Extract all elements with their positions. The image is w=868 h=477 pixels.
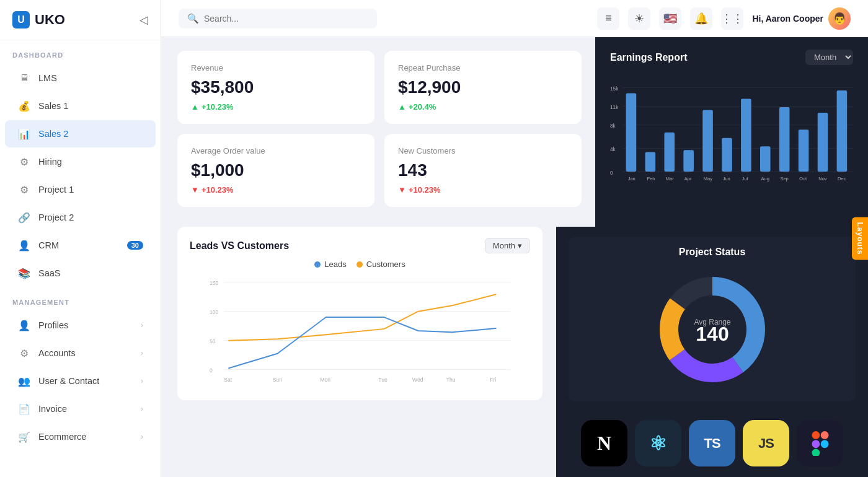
- section-label-dashboard: DASHBOARD: [0, 40, 161, 64]
- sidebar-collapse-button[interactable]: ◁: [140, 13, 148, 27]
- svg-text:Sep: Sep: [780, 176, 788, 182]
- sidebar-item-label: SaaS: [38, 268, 60, 278]
- sidebar-item-user-contact[interactable]: 👥 User & Contact ›: [5, 367, 156, 395]
- leads-section: Leads VS Customers Month ▾ Leads: [161, 227, 556, 477]
- sidebar-item-label: Sales 1: [38, 101, 68, 111]
- logo-brand: U UKO: [12, 11, 65, 28]
- sidebar-item-label: Profiles: [38, 320, 68, 330]
- customers-color-dot: [356, 261, 363, 268]
- svg-text:Tue: Tue: [378, 377, 388, 383]
- user-contact-icon: 👥: [17, 374, 31, 388]
- svg-text:Aug: Aug: [761, 176, 769, 182]
- search-box[interactable]: 🔍: [179, 9, 377, 28]
- month-label: Month: [493, 241, 515, 250]
- lms-icon: 🖥: [17, 71, 31, 85]
- figma-icon: [797, 420, 843, 466]
- svg-text:8k: 8k: [610, 123, 616, 129]
- repeat-purchase-change-value: +20.4%: [409, 102, 436, 112]
- svg-rect-19: [799, 129, 809, 172]
- svg-rect-55: [812, 440, 820, 448]
- sidebar-section-management: MANAGEMENT 👤 Profiles › ⚙ Accounts › 👥 U…: [0, 287, 161, 451]
- sidebar-item-crm[interactable]: 👤 CRM 30: [5, 232, 156, 259]
- sidebar-item-project1[interactable]: ⚙ Project 1: [5, 176, 156, 203]
- notification-button[interactable]: 🔔: [690, 7, 712, 30]
- up-arrow-icon: ▲: [398, 102, 406, 112]
- leads-card: Leads VS Customers Month ▾ Leads: [177, 227, 542, 400]
- grid-icon: ⋮⋮: [721, 12, 743, 25]
- sidebar-item-sales2[interactable]: 📊 Sales 2: [5, 120, 156, 147]
- logo-icon: U: [12, 11, 30, 28]
- revenue-label: Revenue: [191, 63, 361, 72]
- leads-period-button[interactable]: Month ▾: [485, 238, 530, 253]
- sidebar-item-label: User & Contact: [38, 376, 99, 386]
- earnings-period-select[interactable]: Month Week Year: [805, 50, 853, 65]
- svg-rect-14: [702, 110, 713, 172]
- search-input[interactable]: [204, 14, 328, 24]
- sidebar-item-hiring[interactable]: ⚙ Hiring: [5, 148, 156, 175]
- bottom-section: Leads VS Customers Month ▾ Leads: [161, 227, 868, 477]
- svg-text:15k: 15k: [610, 85, 619, 92]
- layouts-tab[interactable]: Layouts: [852, 217, 868, 260]
- user-profile[interactable]: Hi, Aaron Cooper 👨: [752, 7, 851, 30]
- sidebar-item-saas[interactable]: 📚 SaaS: [5, 260, 156, 287]
- svg-text:4k: 4k: [610, 146, 616, 152]
- sidebar-item-label: Ecommerce: [38, 432, 86, 442]
- sidebar-item-accounts[interactable]: ⚙ Accounts ›: [5, 339, 156, 367]
- chart-legend: Leads Customers: [190, 260, 530, 269]
- legend-customers: Customers: [356, 260, 405, 269]
- svg-text:0: 0: [610, 170, 613, 176]
- apps-button[interactable]: ⋮⋮: [721, 7, 743, 30]
- svg-text:May: May: [704, 176, 712, 182]
- main-content: 🔍 ≡ ☀ 🇺🇸 🔔 ⋮⋮ Hi, Aaron Cooper 👨: [161, 0, 868, 477]
- svg-rect-13: [683, 150, 694, 172]
- svg-text:Fri: Fri: [490, 377, 496, 383]
- new-customers-value: 143: [398, 160, 568, 180]
- typescript-icon: TS: [689, 420, 735, 466]
- leads-color-dot: [314, 261, 321, 268]
- logo-text: UKO: [35, 12, 65, 28]
- sidebar-item-profiles[interactable]: 👤 Profiles ›: [5, 312, 156, 339]
- svg-text:0: 0: [210, 367, 213, 374]
- tech-icons-row: N ⚛ TS JS: [569, 410, 856, 476]
- earnings-bar-chart: 15k 11k 8k 4k 0: [610, 74, 853, 198]
- leads-header: Leads VS Customers Month ▾: [190, 238, 530, 253]
- sidebar-item-lms[interactable]: 🖥 LMS: [5, 64, 156, 92]
- sidebar-item-label: CRM: [38, 240, 59, 250]
- theme-toggle-button[interactable]: ☀: [628, 7, 650, 30]
- chevron-right-icon: ›: [141, 377, 143, 385]
- language-button[interactable]: 🇺🇸: [659, 7, 681, 30]
- svg-text:Dec: Dec: [838, 176, 846, 182]
- crm-badge: 30: [127, 241, 143, 250]
- svg-rect-21: [837, 90, 848, 172]
- sidebar-item-sales1[interactable]: 💰 Sales 1: [5, 92, 156, 120]
- svg-rect-18: [779, 107, 790, 172]
- svg-text:Mon: Mon: [320, 377, 330, 383]
- legend-leads: Leads: [314, 260, 346, 269]
- sidebar-item-invoice[interactable]: 📄 Invoice ›: [5, 395, 156, 422]
- project-status-card: Project Status: [569, 237, 856, 401]
- sidebar-item-label: Project 2: [38, 212, 74, 222]
- sidebar-item-project2[interactable]: 🔗 Project 2: [5, 204, 156, 231]
- svg-text:Jan: Jan: [628, 176, 636, 182]
- svg-rect-10: [626, 93, 637, 172]
- repeat-purchase-label: Repeat Purchase: [398, 63, 568, 72]
- svg-text:100: 100: [210, 309, 219, 315]
- new-customers-change-value: +10.23%: [409, 185, 441, 195]
- svg-rect-11: [645, 152, 656, 172]
- invoice-icon: 📄: [17, 402, 31, 416]
- menu-icon: ≡: [605, 12, 612, 25]
- svg-text:Apr: Apr: [684, 176, 692, 182]
- project-status-title: Project Status: [581, 247, 843, 258]
- svg-text:50: 50: [210, 338, 216, 344]
- revenue-card: Revenue $35,800 ▲ +10.23%: [177, 51, 374, 124]
- project1-icon: ⚙: [17, 183, 31, 196]
- project2-icon: 🔗: [17, 211, 31, 224]
- project-status-section: Project Status: [556, 227, 868, 477]
- sun-icon: ☀: [634, 12, 644, 25]
- menu-icon-button[interactable]: ≡: [597, 7, 619, 30]
- svg-text:Oct: Oct: [799, 176, 807, 182]
- sales1-icon: 💰: [17, 99, 31, 113]
- svg-rect-16: [741, 98, 751, 172]
- sidebar-item-ecommerce[interactable]: 🛒 Ecommerce ›: [5, 423, 156, 450]
- sidebar: U UKO ◁ DASHBOARD 🖥 LMS 💰 Sales 1 📊 Sale…: [0, 0, 161, 477]
